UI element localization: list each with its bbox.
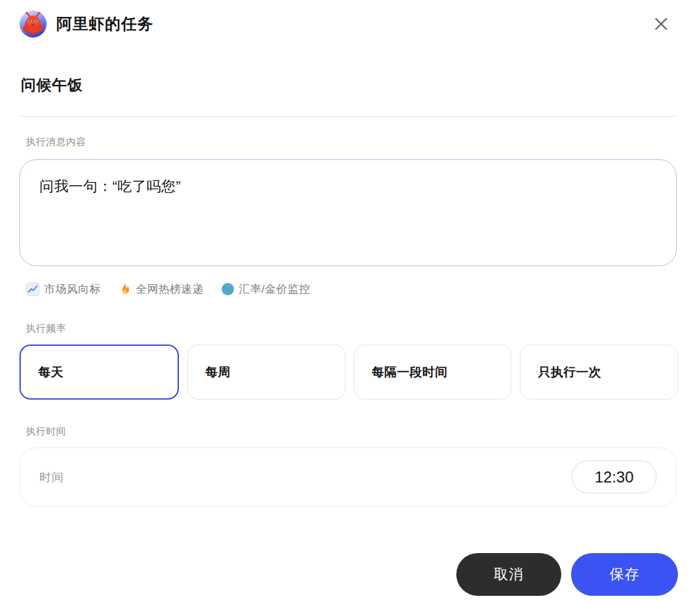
frequency-option-weekly[interactable]: 每周 bbox=[187, 345, 345, 400]
dialog-title: 阿里虾的任务 bbox=[56, 14, 154, 34]
fire-icon bbox=[118, 282, 132, 296]
message-input[interactable]: 问我一句：“吃了吗您” bbox=[19, 159, 677, 266]
chip-label: 全网热榜速递 bbox=[136, 282, 204, 297]
task-name: 问候午饭 bbox=[21, 75, 678, 95]
chip-hot-list[interactable]: 全网热榜速递 bbox=[118, 282, 204, 297]
close-icon bbox=[653, 16, 670, 32]
suggestion-chips: 市场风向标 全网热榜速递 汇率/金价监控 bbox=[26, 282, 678, 297]
dialog-header: 阿里虾的任务 bbox=[19, 9, 678, 39]
time-row: 时间 12:30 bbox=[19, 448, 677, 506]
frequency-options: 每天 每周 每隔一段时间 只执行一次 bbox=[19, 345, 678, 400]
save-button[interactable]: 保存 bbox=[571, 553, 678, 596]
time-section-label: 执行时间 bbox=[26, 425, 678, 438]
message-label: 执行消息内容 bbox=[26, 136, 678, 148]
chart-icon bbox=[26, 282, 40, 296]
time-field-label: 时间 bbox=[40, 470, 64, 485]
chip-market-trend[interactable]: 市场风向标 bbox=[26, 282, 101, 297]
close-button[interactable] bbox=[649, 12, 673, 36]
shrimp-avatar bbox=[19, 10, 47, 38]
frequency-option-once[interactable]: 只执行一次 bbox=[520, 345, 678, 400]
chip-label: 汇率/金价监控 bbox=[239, 282, 310, 297]
cancel-button[interactable]: 取消 bbox=[456, 553, 561, 596]
frequency-label: 执行频率 bbox=[26, 323, 678, 335]
task-dialog: 阿里虾的任务 问候午饭 执行消息内容 问我一句：“吃了吗您” 市场风向标 bbox=[0, 0, 700, 601]
frequency-option-daily[interactable]: 每天 bbox=[19, 345, 179, 400]
divider bbox=[19, 116, 678, 117]
globe-icon bbox=[221, 282, 235, 296]
time-picker[interactable]: 12:30 bbox=[572, 460, 657, 493]
chip-exchange-rate[interactable]: 汇率/金价监控 bbox=[221, 282, 310, 297]
chip-label: 市场风向标 bbox=[44, 282, 101, 297]
dialog-footer: 取消 保存 bbox=[456, 553, 678, 596]
frequency-option-interval[interactable]: 每隔一段时间 bbox=[354, 345, 512, 400]
